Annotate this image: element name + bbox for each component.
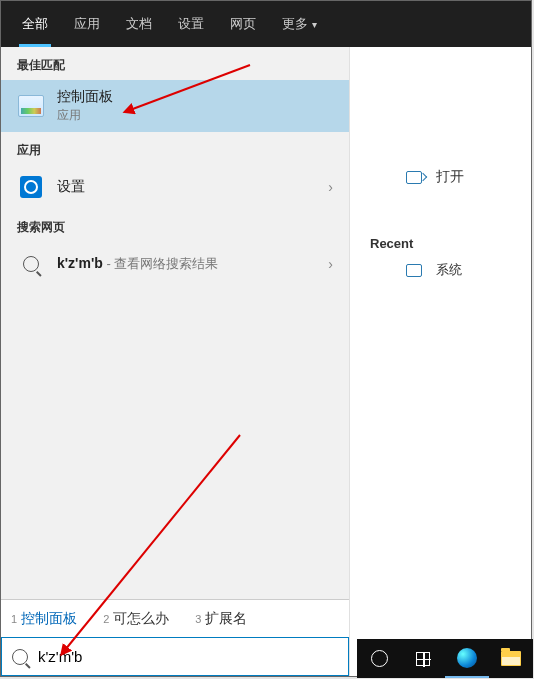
tab-all[interactable]: 全部 [9, 1, 61, 47]
ime-suggestions: 1控制面板2可怎么办3扩展名 [1, 599, 349, 637]
tab-docs[interactable]: 文档 [113, 1, 165, 47]
tab-more[interactable]: 更多▾ [269, 1, 330, 47]
tab-web[interactable]: 网页 [217, 1, 269, 47]
gear-icon [20, 176, 42, 198]
recent-item-system[interactable]: 系统 [406, 261, 519, 279]
window-icon [406, 264, 422, 277]
result-control-panel[interactable]: 控制面板 应用 [1, 80, 349, 132]
search-icon [12, 649, 28, 665]
tab-apps[interactable]: 应用 [61, 1, 113, 47]
result-title: 控制面板 [57, 88, 333, 106]
chevron-right-icon: › [328, 179, 333, 195]
cortana-button[interactable] [357, 639, 401, 678]
result-web-search[interactable]: k'z'm'b - 查看网络搜索结果 › [1, 242, 349, 286]
results-panel: 最佳匹配 控制面板 应用 应用 设置 › 搜索网页 [1, 47, 349, 676]
search-input[interactable] [38, 648, 338, 665]
result-subtitle: 应用 [57, 107, 333, 124]
ime-candidate[interactable]: 2可怎么办 [103, 610, 169, 628]
section-apps: 应用 [1, 132, 349, 165]
task-view-button[interactable] [401, 639, 445, 678]
ime-candidate[interactable]: 3扩展名 [195, 610, 247, 628]
search-box[interactable] [1, 637, 349, 676]
section-search-web: 搜索网页 [1, 209, 349, 242]
task-view-icon [416, 652, 430, 666]
preview-panel: 打开 Recent 系统 [349, 47, 531, 676]
edge-icon [457, 648, 477, 668]
tab-settings[interactable]: 设置 [165, 1, 217, 47]
search-tabs: 全部 应用 文档 设置 网页 更多▾ [1, 1, 531, 47]
result-title: 设置 [57, 178, 328, 196]
ime-candidate[interactable]: 1控制面板 [11, 610, 77, 628]
search-icon [23, 256, 39, 272]
recent-header: Recent [370, 236, 519, 251]
open-icon [406, 171, 422, 184]
explorer-button[interactable] [489, 639, 533, 678]
result-settings[interactable]: 设置 › [1, 165, 349, 209]
taskbar [357, 639, 533, 678]
chevron-down-icon: ▾ [312, 19, 317, 30]
result-title: k'z'm'b - 查看网络搜索结果 [57, 255, 328, 273]
control-panel-icon [18, 95, 44, 117]
cortana-icon [371, 650, 388, 667]
open-action[interactable]: 打开 [406, 168, 519, 186]
folder-icon [501, 651, 521, 666]
section-best-match: 最佳匹配 [1, 47, 349, 80]
chevron-right-icon: › [328, 256, 333, 272]
edge-button[interactable] [445, 639, 489, 678]
